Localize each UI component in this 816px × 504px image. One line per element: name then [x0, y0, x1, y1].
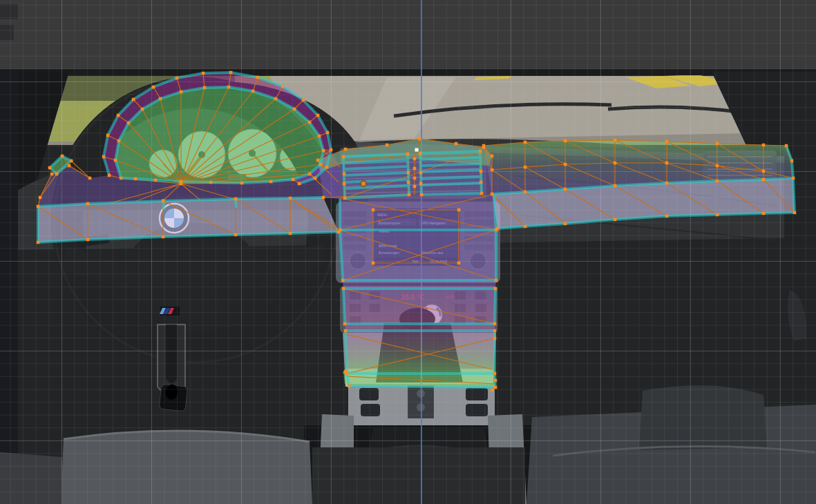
mesh-object[interactable]: [0, 0, 816, 504]
viewport-3d[interactable]: MENU Bordcomputer GPS-Navigation Telefon…: [0, 0, 816, 504]
object-origin-icon: [361, 181, 366, 186]
